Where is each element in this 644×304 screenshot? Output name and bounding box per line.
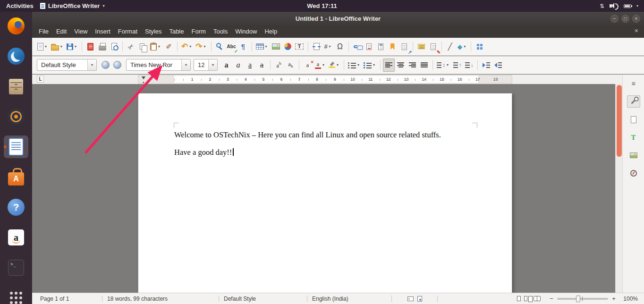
special-character-button[interactable]: Ω xyxy=(334,40,346,53)
superscript-button[interactable]: ab xyxy=(273,59,285,72)
chevron-down-icon[interactable]: ▾ xyxy=(43,44,48,49)
minimize-button[interactable]: − xyxy=(610,15,619,23)
insert-chart-button[interactable] xyxy=(282,40,294,53)
menu-form[interactable]: Form xyxy=(187,26,209,37)
font-color-button[interactable]: a ▾ xyxy=(314,59,327,72)
sidebar-page-button[interactable] xyxy=(627,113,640,126)
system-tray[interactable]: ⇅ ▾ xyxy=(600,3,644,9)
bold-button[interactable]: a xyxy=(220,59,232,72)
activities-button[interactable]: Activities xyxy=(6,2,34,9)
sidebar-styles-button[interactable]: T xyxy=(627,131,640,144)
menu-help[interactable]: Help xyxy=(261,26,281,37)
chevron-down-icon[interactable]: ▾ xyxy=(264,44,269,49)
dock-item-libreoffice-writer[interactable] xyxy=(4,135,28,158)
chevron-down-icon[interactable]: ▾ xyxy=(59,44,64,49)
language-status[interactable]: English (India) xyxy=(307,296,391,302)
menu-table[interactable]: Table xyxy=(165,26,187,37)
dock-item-firefox[interactable] xyxy=(4,15,28,37)
export-pdf-button[interactable] xyxy=(85,40,96,53)
insert-endnote-button[interactable] xyxy=(375,40,387,53)
sidebar-properties-button[interactable] xyxy=(627,95,640,108)
chevron-down-icon[interactable]: ▾ xyxy=(445,63,450,67)
insert-footnote-button[interactable] xyxy=(363,40,375,53)
document-page[interactable]: Welcome to OSTechNix – Here you can find… xyxy=(138,93,512,293)
word-count-status[interactable]: 18 words, 99 characters xyxy=(102,296,219,302)
chevron-down-icon[interactable]: ▾ xyxy=(157,44,161,49)
underline-button[interactable]: a xyxy=(244,59,256,72)
align-justify-button[interactable] xyxy=(418,59,430,72)
increase-paragraph-spacing-button[interactable]: ↑ xyxy=(451,59,463,72)
chevron-down-icon[interactable]: ▾ xyxy=(328,44,332,49)
undo-button[interactable]: ↶▾ xyxy=(180,40,194,53)
horizontal-ruler[interactable]: 123456789101112131415161718 xyxy=(138,75,512,84)
vertical-scrollbar[interactable] xyxy=(615,84,622,293)
insert-hyperlink-button[interactable] xyxy=(351,40,363,53)
chevron-down-icon[interactable]: ▾ xyxy=(356,63,361,67)
subscript-button[interactable]: ab xyxy=(285,59,297,72)
chevron-down-icon[interactable]: ▾ xyxy=(335,63,340,67)
dock-item-amazon[interactable]: a xyxy=(4,226,28,249)
decrease-indent-button[interactable] xyxy=(492,59,504,72)
menu-tools[interactable]: Tools xyxy=(210,26,231,37)
decrease-paragraph-spacing-button[interactable]: ↓ xyxy=(463,59,475,72)
strikethrough-button[interactable]: a xyxy=(256,59,268,72)
line-spacing-button[interactable]: ↕▾ xyxy=(435,59,451,72)
bullet-list-button[interactable]: ▾ xyxy=(347,59,362,72)
menu-insert[interactable]: Insert xyxy=(91,26,114,37)
menu-edit[interactable]: Edit xyxy=(52,26,70,37)
update-style-button[interactable] xyxy=(100,59,111,72)
close-button[interactable]: × xyxy=(632,15,640,23)
redo-button[interactable]: ↷▾ xyxy=(194,40,208,53)
zoom-in-button[interactable]: + xyxy=(611,295,617,302)
page-style-status[interactable]: Default Style xyxy=(219,296,307,302)
cross-reference-button[interactable]: ↗ xyxy=(398,40,410,53)
clear-formatting-button[interactable]: a × xyxy=(302,59,314,72)
insert-comment-button[interactable] xyxy=(415,40,427,53)
align-center-button[interactable] xyxy=(395,59,407,72)
app-menu-button[interactable]: LibreOffice Writer ▾ xyxy=(40,2,105,9)
save-button[interactable]: ▾ xyxy=(65,40,79,53)
font-name-combo[interactable]: Times New Ror ▾ xyxy=(126,59,191,71)
zoom-slider-thumb[interactable] xyxy=(576,296,580,302)
clone-formatting-button[interactable]: ✐ xyxy=(163,40,175,53)
zoom-out-button[interactable]: − xyxy=(549,295,554,302)
close-document-button[interactable]: × xyxy=(633,27,640,34)
dock-item-thunderbird[interactable] xyxy=(4,45,28,68)
book-view-button[interactable] xyxy=(534,296,541,301)
print-preview-button[interactable] xyxy=(108,40,120,53)
insert-image-button[interactable] xyxy=(270,40,282,53)
single-page-view-button[interactable] xyxy=(517,296,521,301)
insert-line-button[interactable]: ╱ xyxy=(444,40,456,53)
chevron-down-icon[interactable]: ▾ xyxy=(462,44,467,49)
open-button[interactable]: ▾ xyxy=(50,40,65,53)
spelling-button[interactable]: Abc ✓ xyxy=(226,40,237,53)
insert-bookmark-button[interactable] xyxy=(387,40,398,53)
dock-item-help[interactable]: ? xyxy=(4,196,28,219)
align-left-button[interactable] xyxy=(383,59,395,72)
menu-styles[interactable]: Styles xyxy=(141,26,165,37)
copy-button[interactable] xyxy=(137,40,149,53)
dock-item-files[interactable] xyxy=(4,75,28,98)
paragraph-style-dropdown[interactable]: ▾ xyxy=(87,59,96,70)
document-text[interactable]: Welcome to OSTechNix – Here you can find… xyxy=(174,130,477,165)
paragraph[interactable]: Have a good day!! xyxy=(174,147,477,158)
insert-textbox-button[interactable]: T xyxy=(294,40,305,53)
formatting-marks-button[interactable]: ¶ xyxy=(237,40,249,53)
numbered-list-button[interactable]: ▾ xyxy=(362,59,378,72)
multi-page-view-button[interactable] xyxy=(524,296,527,301)
sidebar-navigator-button[interactable] xyxy=(627,167,640,179)
cut-button[interactable]: ✂ xyxy=(125,40,137,53)
zoom-slider[interactable] xyxy=(557,298,608,300)
document-modified-icon[interactable] xyxy=(417,296,422,302)
paragraph[interactable]: Welcome to OSTechNix – Here you can find… xyxy=(174,130,477,140)
increase-indent-button[interactable] xyxy=(480,59,492,72)
chevron-down-icon[interactable]: ▾ xyxy=(188,44,193,49)
font-size-dropdown[interactable]: ▾ xyxy=(208,59,217,70)
dock-item-rhythmbox[interactable] xyxy=(4,105,28,128)
font-size-combo[interactable]: 12 ▾ xyxy=(194,59,218,71)
align-right-button[interactable] xyxy=(407,59,418,72)
menu-file[interactable]: File xyxy=(35,26,52,37)
chevron-down-icon[interactable]: ▾ xyxy=(372,63,376,67)
chevron-down-icon[interactable]: ▾ xyxy=(321,63,326,67)
chevron-down-icon[interactable]: ▾ xyxy=(203,44,207,49)
